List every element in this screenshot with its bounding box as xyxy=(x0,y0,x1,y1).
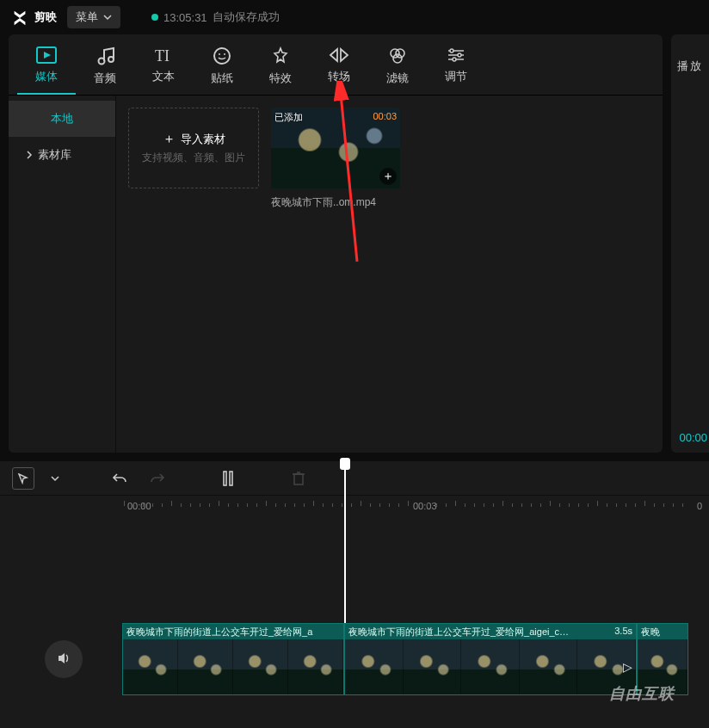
svg-point-12 xyxy=(453,58,456,61)
svg-point-8 xyxy=(396,49,404,58)
plus-icon: ＋ xyxy=(163,131,176,147)
svg-rect-15 xyxy=(294,474,303,484)
split-button[interactable] xyxy=(217,467,239,490)
tab-label: 转场 xyxy=(328,69,350,84)
sidebar-item-local[interactable]: 本地 xyxy=(9,101,115,137)
tab-label: 滤镜 xyxy=(386,71,409,86)
app-name: 剪映 xyxy=(34,9,57,25)
tab-transition[interactable]: 转场 xyxy=(310,41,368,95)
delete-button xyxy=(287,467,310,490)
tab-sticker[interactable]: 贴纸 xyxy=(193,41,251,95)
tab-text[interactable]: TI 文本 xyxy=(134,41,193,95)
tab-label: 音频 xyxy=(94,71,116,86)
ruler-label-end: 0 xyxy=(697,501,702,511)
autosave-time: 13:05:31 xyxy=(163,11,207,24)
pointer-tool-button[interactable] xyxy=(12,467,34,490)
library-panel: 媒体 音频 TI 文本 贴纸 xyxy=(9,34,663,453)
svg-point-4 xyxy=(214,48,230,64)
timeline-clip[interactable]: 夜晚城市下雨的街道上公交车开过_爱给网_a xyxy=(122,623,344,695)
track-mute-button[interactable] xyxy=(45,640,83,678)
audio-icon xyxy=(95,46,115,65)
media-icon xyxy=(36,46,57,64)
chevron-right-icon xyxy=(26,149,33,162)
svg-point-5 xyxy=(219,53,220,55)
sidebar-item-label: 素材库 xyxy=(38,147,71,163)
sidebar-item-label: 本地 xyxy=(51,111,73,126)
redo-button xyxy=(146,467,169,490)
timeline-ruler[interactable]: 00:00 00:03 0 xyxy=(120,496,709,520)
svg-point-10 xyxy=(450,49,453,52)
timeline-tracks[interactable]: 夜晚城市下雨的街道上公交车开过_爱给网_a 夜晚城市下雨的街道上公交车开过_爱给… xyxy=(0,520,709,709)
timeline-panel: 00:00 00:03 0 夜晚城市下雨的街道上公交车开过_爱给网_a 夜 xyxy=(0,461,709,728)
adjust-icon xyxy=(446,46,466,64)
svg-rect-13 xyxy=(224,472,226,485)
video-track[interactable]: 夜晚城市下雨的街道上公交车开过_爱给网_a 夜晚城市下雨的街道上公交车开过_爱给… xyxy=(122,623,688,695)
clip-title: 夜晚城市下雨的街道上公交车开过_爱给网_aigei_com.mp4 xyxy=(348,626,572,638)
sidebar-item-library[interactable]: 素材库 xyxy=(9,137,115,173)
tab-effect[interactable]: 特效 xyxy=(251,41,310,95)
menu-label: 菜单 xyxy=(76,9,98,25)
preview-label: 播放 xyxy=(677,59,703,74)
speaker-icon xyxy=(56,651,71,669)
ruler-label: 00:00 xyxy=(127,501,151,511)
playhead-handle[interactable] xyxy=(340,458,350,470)
filter-icon xyxy=(387,46,408,65)
timeline-clip[interactable]: 夜晚城市下雨的街道上公交车开过_爱给网_aigei_com.mp4 3.5s ▷ xyxy=(344,623,637,695)
timeline-toolbar xyxy=(0,461,709,496)
media-clip[interactable]: 已添加 00:03 ＋ 夜晚城市下雨..om.mp4 xyxy=(271,108,400,210)
svg-point-11 xyxy=(458,53,461,57)
library-content: ＋ 导入素材 支持视频、音频、图片 已添加 00:03 ＋ 夜晚城市下雨..om… xyxy=(116,96,663,453)
timeline-clip[interactable]: 夜晚 xyxy=(637,623,688,695)
tab-label: 特效 xyxy=(269,71,292,86)
effect-icon xyxy=(271,46,290,65)
clip-thumbnail: 已添加 00:03 ＋ xyxy=(271,108,400,188)
tab-audio[interactable]: 音频 xyxy=(76,41,134,95)
app-logo-icon xyxy=(10,8,29,27)
import-subtitle: 支持视频、音频、图片 xyxy=(142,151,245,165)
library-sidebar: 本地 素材库 xyxy=(9,96,116,453)
chevron-down-icon[interactable] xyxy=(50,467,60,490)
tab-label: 调节 xyxy=(445,69,467,84)
preview-current-time: 00:00 xyxy=(679,431,707,444)
svg-point-9 xyxy=(393,54,402,63)
clip-added-badge: 已添加 xyxy=(274,111,303,124)
clip-filename: 夜晚城市下雨..om.mp4 xyxy=(271,195,400,210)
titlebar: 剪映 菜单 13:05:31 自动保存成功 xyxy=(0,0,709,34)
tab-media[interactable]: 媒体 xyxy=(17,41,76,95)
svg-rect-14 xyxy=(230,472,232,485)
autosave-text: 自动保存成功 xyxy=(213,9,280,25)
undo-button[interactable] xyxy=(108,467,131,490)
app-logo: 剪映 xyxy=(10,8,57,27)
clip-title: 夜晚城市下雨的街道上公交车开过_爱给网_a xyxy=(126,626,312,638)
preview-panel: 播放 00:00 xyxy=(671,34,709,453)
tab-adjust[interactable]: 调节 xyxy=(427,41,485,95)
svg-text:TI: TI xyxy=(155,47,170,64)
tab-label: 文本 xyxy=(152,69,175,84)
chevron-down-icon xyxy=(103,11,112,24)
transition-icon xyxy=(329,46,349,64)
import-title: 导入素材 xyxy=(181,132,225,147)
menu-dropdown[interactable]: 菜单 xyxy=(67,6,120,28)
tab-label: 贴纸 xyxy=(211,71,233,86)
tabs-row: 媒体 音频 TI 文本 贴纸 xyxy=(9,34,663,96)
clip-duration-badge: 00:03 xyxy=(373,111,397,121)
play-overlay-icon: ▷ xyxy=(623,660,632,674)
tab-filter[interactable]: 滤镜 xyxy=(368,41,427,95)
add-clip-icon[interactable]: ＋ xyxy=(379,168,397,185)
svg-point-6 xyxy=(224,53,225,55)
clip-duration: 3.5s xyxy=(614,626,632,638)
autosave-dot-icon xyxy=(151,14,158,21)
text-icon: TI xyxy=(153,46,174,64)
import-button[interactable]: ＋ 导入素材 支持视频、音频、图片 xyxy=(128,108,259,188)
clip-title: 夜晚 xyxy=(641,626,660,638)
tab-label: 媒体 xyxy=(35,69,58,84)
autosave-status: 13:05:31 自动保存成功 xyxy=(151,9,280,25)
sticker-icon xyxy=(213,46,231,65)
